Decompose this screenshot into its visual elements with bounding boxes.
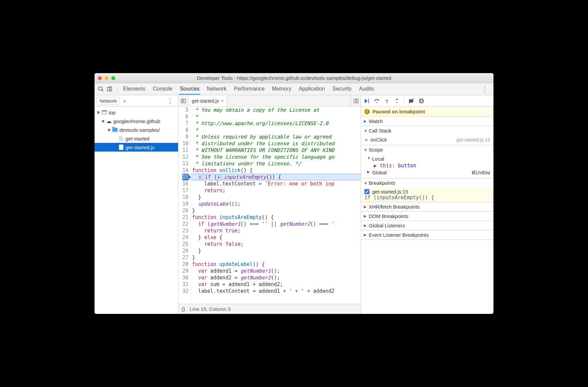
tree-origin[interactable]: ▼☁googlechrome.github	[95, 117, 178, 125]
tab-console[interactable]: Console	[152, 84, 173, 95]
tab-elements[interactable]: Elements	[122, 84, 146, 95]
scope-this[interactable]: ▶ this: button	[361, 163, 493, 169]
toggle-debugger-icon[interactable]	[351, 96, 361, 106]
callstack-frame[interactable]: ➔ onClick get-started.js:15	[361, 136, 493, 144]
inspect-element-icon[interactable]	[97, 86, 105, 93]
tab-performance[interactable]: Performance	[233, 84, 266, 95]
svg-point-8	[376, 102, 377, 103]
debugger-pane: i Paused on breakpoint ▶Watch ▼Call Stac…	[361, 95, 493, 314]
info-icon: i	[364, 109, 370, 114]
file-tree: ▼top ▼☁googlechrome.github ▼devtools-sam…	[95, 107, 178, 152]
tab-audits[interactable]: Audits	[358, 84, 374, 95]
svg-rect-13	[422, 100, 422, 102]
folder-icon	[112, 127, 118, 133]
titlebar[interactable]: Developer Tools - https://googlechrome.g…	[95, 73, 493, 83]
tree-folder[interactable]: ▼devtools-samples/	[95, 125, 178, 134]
watch-section[interactable]: ▶Watch	[361, 117, 493, 126]
svg-point-10	[397, 102, 398, 103]
current-frame-icon: ➔	[364, 137, 368, 142]
scope-header[interactable]: ▼Scope	[361, 145, 493, 154]
navigator-more-tabs-icon[interactable]: »	[123, 98, 126, 104]
scope-global[interactable]: ▶GlobalWindow	[361, 169, 493, 177]
main-toolbar: ElementsConsoleSourcesNetworkPerformance…	[95, 83, 493, 95]
breakpoints-section: ▼Breakpoints get-started.js:15 if (input…	[361, 178, 493, 202]
svg-rect-1	[107, 87, 110, 91]
close-window-button[interactable]	[98, 76, 102, 80]
global-listeners-section[interactable]: ▶Global Listeners	[361, 221, 493, 230]
svg-rect-7	[368, 99, 369, 103]
tab-sources[interactable]: Sources	[179, 84, 200, 95]
line-gutter[interactable]: 5678910111213141516171819202122232425262…	[178, 107, 191, 304]
close-tab-icon[interactable]: ×	[221, 98, 224, 104]
step-out-icon[interactable]	[394, 98, 400, 104]
code-content[interactable]: * You may obtain a copy of the License a…	[191, 107, 361, 304]
dom-breakpoints-section[interactable]: ▶DOM Breakpoints	[361, 212, 493, 221]
callstack-header[interactable]: ▼Call Stack	[361, 126, 493, 135]
xhr-breakpoints-section[interactable]: ▶XHR/fetch Breakpoints	[361, 202, 493, 212]
file-icon	[118, 135, 124, 142]
braces-icon[interactable]: {}	[182, 306, 185, 312]
editor-tab[interactable]: get-started.js ×	[188, 95, 227, 106]
minimize-window-button[interactable]	[105, 76, 109, 80]
code-area[interactable]: 5678910111213141516171819202122232425262…	[178, 107, 361, 304]
cloud-icon: ☁	[106, 118, 112, 124]
breakpoint-checkbox[interactable]	[364, 189, 369, 194]
editor-pane: get-started.js × 56789101112131415161718…	[178, 95, 361, 314]
tree-file-js[interactable]: get-started.js	[95, 143, 178, 152]
navigator-tab-network[interactable]: Network	[97, 97, 120, 105]
scope-section: ▼Scope ▼Local ▶ this: button ▶GlobalWind…	[361, 145, 493, 178]
tab-security[interactable]: Security	[332, 84, 352, 95]
device-toolbar-icon[interactable]	[106, 86, 113, 93]
tree-top[interactable]: ▼top	[95, 108, 178, 117]
callstack-section: ▼Call Stack ➔ onClick get-started.js:15	[361, 126, 493, 145]
step-into-icon[interactable]	[384, 98, 390, 104]
tab-memory[interactable]: Memory	[271, 84, 292, 95]
editor-header: get-started.js ×	[178, 95, 361, 107]
navigator-options-icon[interactable]: ⋮	[164, 97, 176, 105]
svg-rect-12	[421, 100, 421, 102]
window-title: Developer Tools - https://googlechrome.g…	[98, 75, 490, 81]
breakpoints-header[interactable]: ▼Breakpoints	[361, 178, 493, 187]
devtools-window: Developer Tools - https://googlechrome.g…	[95, 73, 493, 314]
navigator-sidebar: Network » ⋮ ▼top ▼☁googlechrome.github ▼…	[95, 95, 178, 314]
toggle-navigator-icon[interactable]	[178, 96, 188, 106]
navigator-header: Network » ⋮	[95, 95, 178, 107]
more-options-icon[interactable]: ⋮	[479, 85, 491, 93]
resume-icon[interactable]	[364, 98, 370, 104]
svg-point-9	[387, 102, 388, 103]
maximize-window-button[interactable]	[111, 76, 115, 80]
scope-local[interactable]: ▼Local	[361, 155, 493, 163]
event-listener-breakpoints-section[interactable]: ▶Event Listener Breakpoints	[361, 230, 493, 240]
debug-controls	[361, 95, 493, 107]
breakpoint-item[interactable]: get-started.js:15 if (inputsAreEmpty()) …	[361, 187, 493, 202]
paused-banner: i Paused on breakpoint	[361, 107, 493, 117]
tree-file-html[interactable]: get-started	[95, 134, 178, 143]
editor-tab-label: get-started.js	[192, 98, 219, 104]
deactivate-breakpoints-icon[interactable]	[408, 98, 414, 104]
editor-footer: {} Line 15, Column 3	[178, 304, 361, 314]
step-over-icon[interactable]	[374, 98, 380, 104]
file-icon	[118, 144, 124, 150]
pause-exceptions-icon[interactable]	[418, 98, 424, 104]
tab-application[interactable]: Application	[298, 84, 326, 95]
cursor-position: Line 15, Column 3	[190, 306, 231, 312]
tab-network[interactable]: Network	[206, 84, 227, 95]
frame-icon	[101, 109, 107, 115]
panel-tabs: ElementsConsoleSourcesNetworkPerformance…	[122, 84, 477, 95]
